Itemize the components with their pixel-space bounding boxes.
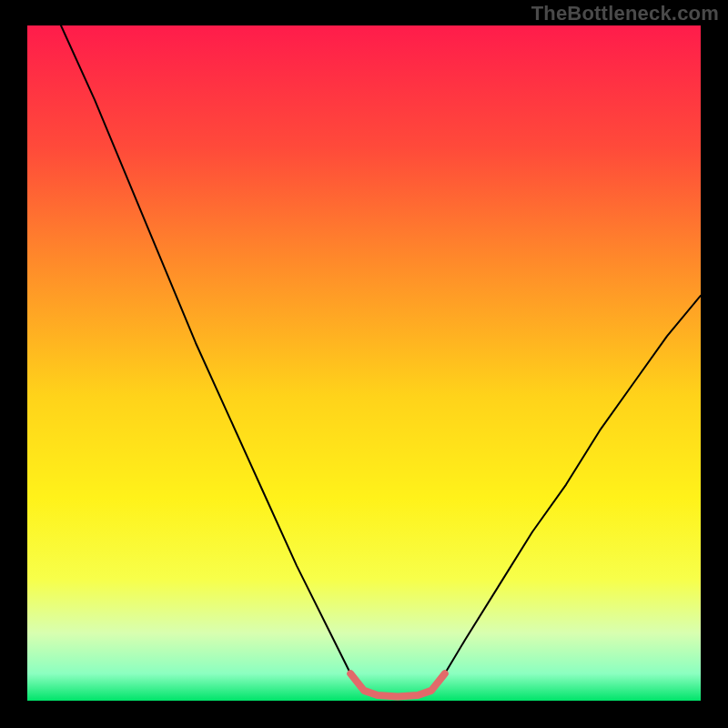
plot-area [27,25,701,701]
chart-frame: TheBottleneck.com [0,0,728,728]
bottleneck-chart [27,25,701,701]
watermark-text: TheBottleneck.com [531,2,719,25]
gradient-background [27,25,701,701]
